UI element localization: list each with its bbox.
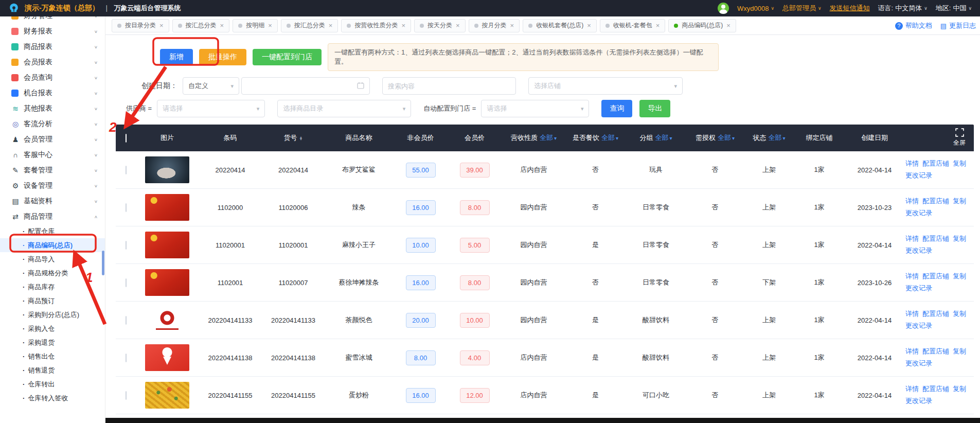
- catering-filter-all[interactable]: 全部: [601, 134, 615, 142]
- tab[interactable]: 按明细 ×: [233, 19, 278, 32]
- help-doc-link[interactable]: ? 帮助文档: [895, 21, 932, 30]
- sidebar-item[interactable]: ▤ 基础资料 ∨: [0, 193, 105, 209]
- tab-close-icon[interactable]: ×: [268, 22, 272, 29]
- auth-filter-all[interactable]: 全部: [718, 134, 731, 142]
- change-record-link[interactable]: 更改记录: [905, 171, 932, 179]
- sidebar-subitem[interactable]: 商品导入: [0, 252, 105, 266]
- config-store-link[interactable]: 配置店铺: [922, 272, 949, 280]
- change-record-link[interactable]: 更改记录: [905, 284, 932, 292]
- sidebar-item[interactable]: 财务管理 ∨: [0, 16, 105, 24]
- detail-link[interactable]: 详情: [905, 310, 919, 318]
- tab-close-icon[interactable]: ×: [456, 22, 460, 29]
- sidebar-subitem[interactable]: 配置仓库: [0, 224, 105, 238]
- config-store-link[interactable]: 配置店铺: [922, 385, 949, 393]
- sidebar-item[interactable]: ⇄ 商品管理 ∧: [0, 209, 105, 224]
- change-record-link[interactable]: 更改记录: [905, 359, 932, 367]
- send-sms-link[interactable]: 发送短信通知: [830, 4, 870, 13]
- revenue-filter-all[interactable]: 全部: [540, 134, 553, 142]
- date-mode-select[interactable]: 自定义 ▾: [183, 77, 239, 95]
- sidebar-item[interactable]: ♟ 会员管理 ∨: [0, 132, 105, 147]
- tab-close-icon[interactable]: ×: [159, 22, 164, 29]
- username-menu[interactable]: Wxyd0008 ∨: [737, 5, 774, 12]
- changelog-link[interactable]: ▤ 更新日志: [940, 21, 976, 30]
- sidebar-subitem[interactable]: 采购退货: [0, 336, 105, 349]
- sidebar-subitem[interactable]: 销售退货: [0, 363, 105, 377]
- sidebar-subitem[interactable]: 仓库转入签收: [0, 391, 105, 405]
- tab-close-icon[interactable]: ×: [726, 22, 730, 29]
- detail-link[interactable]: 详情: [905, 197, 919, 205]
- region-menu[interactable]: 地区: 中国 ∨: [936, 4, 972, 13]
- config-store-link[interactable]: 配置店铺: [922, 160, 949, 167]
- sidebar-item[interactable]: 商品报表 ∨: [0, 39, 105, 55]
- sidebar-subitem[interactable]: 商品预订: [0, 294, 105, 308]
- batch-operation-button[interactable]: 批量操作: [199, 49, 246, 65]
- tab-close-icon[interactable]: ×: [220, 22, 224, 29]
- config-store-link[interactable]: 配置店铺: [922, 197, 949, 205]
- row-checkbox[interactable]: [126, 166, 127, 174]
- change-record-link[interactable]: 更改记录: [905, 209, 932, 217]
- date-range-input[interactable]: [241, 77, 370, 95]
- catalog-select[interactable]: 选择商品目录 ▾: [277, 100, 411, 117]
- one-key-config-button[interactable]: 一键配置到门店: [253, 49, 322, 65]
- add-button[interactable]: 新增: [160, 49, 193, 65]
- tab[interactable]: 收银机套餐(总店) ×: [523, 19, 597, 32]
- status-filter-all[interactable]: 全部: [768, 134, 781, 142]
- sidebar-subitem[interactable]: 销售出仓: [0, 349, 105, 363]
- sidebar-item[interactable]: ≋ 其他报表 ∨: [0, 101, 105, 116]
- export-button[interactable]: 导出: [639, 100, 670, 117]
- group-filter-all[interactable]: 全部: [655, 134, 668, 142]
- select-all-checkbox[interactable]: [126, 134, 127, 143]
- language-menu[interactable]: 语言: 中文简体 ∨: [878, 4, 928, 13]
- tab[interactable]: 按汇总分类 ×: [172, 19, 230, 32]
- supplier-select[interactable]: 请选择 ▾: [157, 100, 265, 117]
- fullscreen-button[interactable]: 全屏: [953, 128, 966, 147]
- change-record-link[interactable]: 更改记录: [905, 246, 932, 254]
- store-select[interactable]: 选择店铺 ▾: [528, 77, 683, 95]
- tab[interactable]: 按营收性质分类 ×: [341, 19, 411, 32]
- sidebar-scrollbar-thumb[interactable]: [102, 251, 104, 275]
- auto-config-select[interactable]: 请选择 ▾: [481, 100, 589, 117]
- row-checkbox[interactable]: [126, 316, 127, 325]
- config-store-link[interactable]: 配置店铺: [922, 310, 949, 318]
- tab-close-icon[interactable]: ×: [401, 22, 405, 29]
- sidebar-item[interactable]: 财务报表 ∨: [0, 24, 105, 39]
- copy-link[interactable]: 复制: [953, 160, 966, 167]
- sidebar-item[interactable]: ⚙ 设备管理 ∨: [0, 178, 105, 193]
- sidebar-subitem[interactable]: 仓库转出: [0, 377, 105, 391]
- sidebar-subitem[interactable]: 商品库存: [0, 280, 105, 294]
- row-checkbox[interactable]: [126, 278, 127, 287]
- tab[interactable]: 按月分类 ×: [469, 19, 520, 32]
- sidebar-item[interactable]: ✎ 套餐管理 ∨: [0, 163, 105, 178]
- user-avatar[interactable]: [718, 3, 729, 14]
- tab-close-icon[interactable]: ×: [587, 22, 591, 29]
- tab-close-icon[interactable]: ×: [510, 22, 514, 29]
- sidebar-subitem[interactable]: 采购入仓: [0, 322, 105, 336]
- sidebar-item[interactable]: 机台报表 ∨: [0, 85, 105, 101]
- copy-link[interactable]: 复制: [953, 310, 966, 318]
- sidebar-item[interactable]: ∩ 客服中心 ∨: [0, 147, 105, 163]
- tab[interactable]: 按目录分类 ×: [112, 19, 169, 32]
- copy-link[interactable]: 复制: [953, 347, 966, 355]
- role-menu[interactable]: 总部管理员 ∨: [782, 4, 822, 13]
- change-record-link[interactable]: 更改记录: [905, 322, 932, 329]
- sidebar-item[interactable]: ◎ 客流分析 ∨: [0, 116, 105, 132]
- row-checkbox[interactable]: [126, 241, 127, 250]
- copy-link[interactable]: 复制: [953, 235, 966, 242]
- row-checkbox[interactable]: [126, 354, 127, 362]
- copy-link[interactable]: 复制: [953, 197, 966, 205]
- sort-icon[interactable]: ▲▼: [299, 136, 303, 140]
- detail-link[interactable]: 详情: [905, 347, 919, 355]
- tab[interactable]: 收银机-套餐包 ×: [600, 19, 666, 32]
- query-button[interactable]: 查询: [601, 100, 632, 117]
- tab-close-icon[interactable]: ×: [656, 22, 660, 29]
- sidebar-item[interactable]: 会员报表 ∨: [0, 55, 105, 70]
- sidebar-item[interactable]: 会员查询 ∨: [0, 70, 105, 85]
- row-checkbox[interactable]: [126, 203, 127, 212]
- config-store-link[interactable]: 配置店铺: [922, 347, 949, 355]
- config-store-link[interactable]: 配置店铺: [922, 235, 949, 242]
- copy-link[interactable]: 复制: [953, 385, 966, 393]
- sidebar-subitem[interactable]: 采购到分店(总店): [0, 308, 105, 322]
- tab[interactable]: 按汇总分类 ×: [281, 19, 338, 32]
- row-checkbox[interactable]: [126, 391, 127, 400]
- detail-link[interactable]: 详情: [905, 160, 919, 167]
